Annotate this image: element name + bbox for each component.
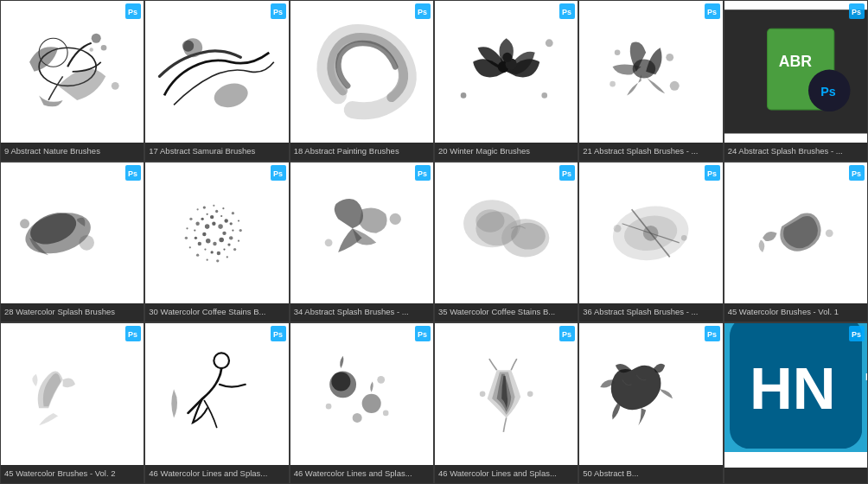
photoshop-icon-17: Ps <box>705 326 720 341</box>
svg-rect-131 <box>290 333 433 456</box>
svg-point-89 <box>207 258 208 260</box>
svg-point-88 <box>216 259 219 262</box>
item-8[interactable]: Ps 30 Watercolor Coffee Stains B... <box>144 162 289 323</box>
photoshop-icon-11: Ps <box>705 165 720 181</box>
svg-point-143 <box>527 392 533 398</box>
thumbnail-11: Ps <box>579 162 722 304</box>
item-6-label: 24 Abstract Splash Brushes - ... <box>724 143 867 161</box>
photoshop-icon-14: Ps <box>271 326 286 341</box>
svg-point-64 <box>211 251 214 253</box>
svg-point-46 <box>79 235 94 251</box>
svg-point-90 <box>196 253 199 256</box>
svg-point-70 <box>205 224 210 229</box>
svg-point-22 <box>461 92 467 99</box>
svg-point-4 <box>101 45 107 51</box>
svg-text:Ps: Ps <box>418 330 427 339</box>
svg-point-72 <box>219 224 224 229</box>
item-11[interactable]: Ps 36 Abstract Splash Brushes - ... <box>578 162 723 323</box>
svg-point-52 <box>201 217 204 220</box>
svg-point-134 <box>361 394 380 413</box>
item-7-label: 28 Watercolor Splash Brushes <box>1 303 144 322</box>
item-17-label: 50 Abstract B... <box>579 465 722 483</box>
svg-point-135 <box>352 413 361 423</box>
svg-point-58 <box>230 222 233 225</box>
svg-text:Ps: Ps <box>273 169 283 178</box>
svg-text:Ps: Ps <box>820 85 836 99</box>
item-15[interactable]: Ps 46 Watercolor Lines and Splas... <box>290 322 434 484</box>
svg-point-84 <box>239 229 242 232</box>
item-14[interactable]: Ps 46 Watercolor Lines and Splas... <box>144 322 289 484</box>
photoshop-icon-8: Ps <box>271 165 286 181</box>
item-12[interactable]: Ps 45 Watercolor Brushes - Vol. 1 <box>724 162 868 323</box>
item-17[interactable]: Ps 50 Abstract B... <box>578 322 723 484</box>
thumbnail-16: Ps <box>435 323 578 465</box>
svg-point-66 <box>198 241 201 245</box>
item-7[interactable]: Ps 28 Watercolor Splash Brushes <box>0 162 144 323</box>
item-10[interactable]: Ps 35 Watercolor Coffee Stains B... <box>434 162 578 323</box>
brush-grid: Ps 9 Abstract Nature Brushes Ps <box>0 0 868 484</box>
svg-point-133 <box>331 373 350 392</box>
thumbnail-15: Ps <box>290 323 433 465</box>
svg-point-117 <box>681 235 687 241</box>
watermark: HN HIEUNGUYENPHOTO.COM Tài nguyên nhiếp … <box>724 323 867 452</box>
item-2-label: 17 Abstract Samurai Brushes <box>145 143 288 161</box>
svg-text:Ps: Ps <box>707 330 717 339</box>
svg-point-62 <box>224 248 226 250</box>
photoshop-icon-6: Ps <box>849 3 865 19</box>
item-9[interactable]: Ps 34 Abstract Splash Brushes - ... <box>290 162 434 323</box>
svg-point-71 <box>212 221 215 225</box>
svg-point-57 <box>225 219 228 222</box>
photoshop-icon-12: Ps <box>849 165 865 181</box>
svg-point-78 <box>197 208 199 210</box>
photoshop-icon-10: Ps <box>559 165 575 181</box>
photoshop-icon-5: Ps <box>705 3 720 19</box>
item-1[interactable]: Ps 9 Abstract Nature Brushes <box>0 0 144 162</box>
photoshop-icon-16: Ps <box>559 326 575 341</box>
svg-point-32 <box>610 81 616 87</box>
svg-point-12 <box>182 40 194 51</box>
svg-text:Ps: Ps <box>562 169 571 178</box>
svg-text:Ps: Ps <box>562 330 571 339</box>
svg-text:HN: HN <box>750 355 836 422</box>
svg-point-138 <box>383 411 389 417</box>
svg-point-24 <box>541 92 547 99</box>
watermark-site: HIEUNGUYENPHOTO.COM <box>865 371 867 384</box>
item-16[interactable]: Ps 46 Watercolor Lines and Splas... <box>434 322 578 484</box>
svg-point-98 <box>389 213 400 224</box>
svg-point-137 <box>325 404 331 410</box>
svg-text:Ps: Ps <box>707 169 717 178</box>
svg-point-59 <box>233 229 234 231</box>
thumbnail-1: Ps <box>1 1 144 143</box>
item-14-label: 46 Watercolor Lines and Splas... <box>145 465 288 483</box>
item-9-label: 34 Abstract Splash Brushes - ... <box>290 303 433 322</box>
thumbnail-17: Ps <box>579 323 722 465</box>
svg-point-21 <box>502 53 512 62</box>
item-16-label: 46 Watercolor Lines and Splas... <box>435 465 578 483</box>
svg-point-30 <box>615 49 621 55</box>
item-4[interactable]: Ps 20 Winter Magic Brushes <box>434 0 578 162</box>
svg-point-83 <box>238 220 239 221</box>
thumbnail-6: ABR Ps Ps <box>724 1 867 143</box>
item-2[interactable]: Ps 17 Abstract Samurai Brushes <box>144 0 289 162</box>
svg-rect-124 <box>1 333 144 456</box>
svg-point-91 <box>189 246 191 248</box>
svg-point-92 <box>185 236 188 239</box>
svg-point-82 <box>232 212 234 214</box>
thumbnail-9: Ps <box>290 162 433 304</box>
svg-text:ABR: ABR <box>778 53 811 70</box>
thumbnail-4: Ps <box>435 1 578 143</box>
item-18[interactable]: HN HIEUNGUYENPHOTO.COM Tài nguyên nhiếp … <box>724 322 868 484</box>
svg-point-121 <box>825 229 833 237</box>
thumbnail-10: Ps <box>435 162 578 304</box>
item-6[interactable]: ABR Ps Ps 24 Abstract Splash Brushes - .… <box>724 0 868 162</box>
item-5[interactable]: Ps 21 Abstract Splash Brushes - ... <box>578 0 723 162</box>
photoshop-icon-7: Ps <box>125 165 141 181</box>
svg-point-53 <box>207 213 208 214</box>
item-3[interactable]: Ps 18 Abstract Painting Brushes <box>290 0 434 162</box>
item-4-label: 20 Winter Magic Brushes <box>435 143 578 161</box>
photoshop-icon-3: Ps <box>415 3 431 19</box>
svg-point-86 <box>233 248 236 251</box>
svg-point-81 <box>223 207 225 209</box>
svg-text:Ps: Ps <box>418 8 427 16</box>
item-13[interactable]: Ps 45 Watercolor Brushes - Vol. 2 <box>0 322 144 484</box>
